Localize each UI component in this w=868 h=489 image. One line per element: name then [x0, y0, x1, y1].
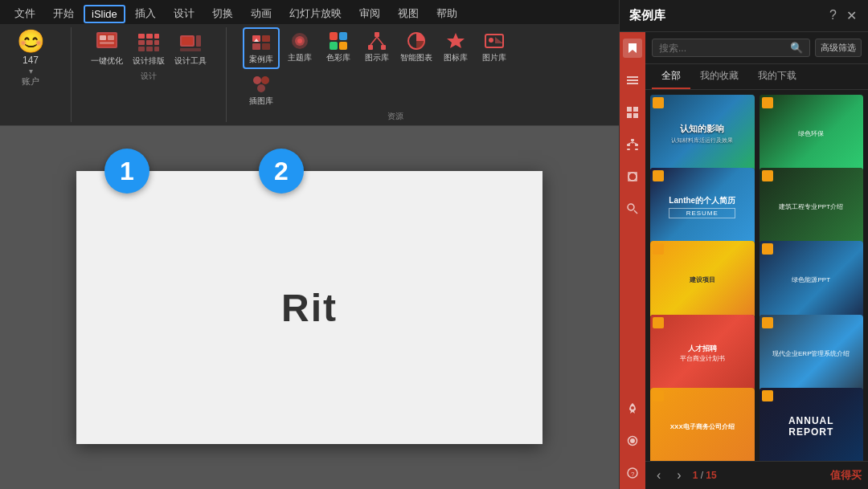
svg-rect-47	[633, 107, 638, 112]
template-card-9[interactable]: XXX电子商务公司介绍	[650, 388, 755, 461]
theme-library-label: 主题库	[288, 52, 312, 63]
gold-badge-8	[762, 317, 773, 328]
sidebar-help-icon[interactable]: ?	[623, 463, 642, 483]
sidebar-shapes-icon[interactable]	[623, 167, 642, 186]
watermark-text: 值得买	[830, 468, 862, 483]
illustration-library-btn[interactable]: 插图库	[243, 71, 280, 109]
svg-rect-16	[196, 35, 201, 47]
svg-rect-10	[154, 40, 159, 45]
tab-islide[interactable]: iSlide	[84, 5, 125, 23]
panel-sidebar: ?	[620, 32, 645, 489]
one-click-icon	[94, 30, 120, 55]
svg-rect-45	[627, 83, 638, 84]
svg-rect-29	[339, 42, 347, 50]
svg-rect-51	[627, 144, 630, 146]
theme-library-btn[interactable]: 主题库	[281, 27, 318, 69]
main-content: Rit 1 2	[0, 126, 619, 489]
photo-library-label: 图片库	[482, 52, 506, 63]
design-tools-icon	[178, 30, 203, 55]
tab-favorites[interactable]: 我的收藏	[690, 64, 748, 89]
design-group-label: 设计	[141, 69, 157, 82]
tab-switch[interactable]: 切换	[204, 3, 241, 24]
svg-point-40	[253, 76, 261, 84]
svg-rect-3	[108, 35, 114, 40]
template-card-4[interactable]: 建筑工程专业PPT介绍	[760, 168, 864, 246]
tab-design[interactable]: 设计	[166, 3, 203, 24]
svg-rect-37	[485, 35, 503, 47]
template-card-8[interactable]: 现代企业ERP管理系统介绍	[760, 315, 864, 393]
smart-chart-btn[interactable]: 智能图表	[397, 27, 436, 69]
svg-rect-31	[368, 45, 373, 50]
svg-rect-22	[262, 43, 270, 50]
svg-line-34	[377, 37, 383, 45]
slide-paper: Rit	[76, 171, 542, 444]
svg-point-42	[257, 84, 265, 92]
sidebar-rocket-icon[interactable]	[623, 399, 642, 418]
tab-all[interactable]: 全部	[652, 64, 690, 89]
advanced-filter-btn[interactable]: 高级筛选	[815, 39, 862, 57]
template-card-2[interactable]: 绿色环保	[760, 95, 864, 173]
svg-rect-49	[633, 113, 638, 118]
svg-rect-43	[627, 76, 638, 78]
template-card-6[interactable]: 绿色能源PPT	[760, 241, 864, 319]
template-thumb-2: 绿色环保	[760, 95, 864, 173]
template-card-10[interactable]: ANNUAL REPORT	[760, 388, 864, 461]
one-click-btn[interactable]: 一键优化	[88, 27, 126, 69]
search-input-wrap: 🔍	[652, 39, 810, 57]
tab-review[interactable]: 审阅	[351, 3, 388, 24]
sidebar-bookmark-icon[interactable]	[623, 39, 642, 58]
icon-library-icon	[444, 30, 467, 52]
color-library-label: 色彩库	[326, 52, 350, 63]
tab-file[interactable]: 文件	[6, 3, 43, 24]
ppt-area: 文件 开始 iSlide 插入 设计 切换 动画 幻灯片放映 审阅 视图 帮助 …	[0, 0, 619, 489]
tab-animation[interactable]: 动画	[243, 3, 280, 24]
sidebar-search-icon[interactable]	[623, 199, 642, 218]
sidebar-hierarchy-icon[interactable]	[623, 135, 642, 154]
tab-start[interactable]: 开始	[45, 3, 82, 24]
photo-library-btn[interactable]: 图片库	[476, 27, 513, 69]
color-library-btn[interactable]: 色彩库	[320, 27, 357, 69]
prev-page-btn[interactable]: ‹	[652, 467, 665, 484]
svg-rect-52	[635, 144, 638, 146]
svg-point-41	[261, 76, 269, 84]
tab-help[interactable]: 帮助	[428, 3, 465, 24]
icon-library-label: 图标库	[444, 52, 468, 63]
svg-line-56	[628, 142, 633, 144]
svg-point-58	[628, 173, 637, 181]
tab-downloads[interactable]: 我的下载	[748, 64, 806, 89]
page-info: 1 / 15	[693, 470, 717, 481]
template-card-3[interactable]: Lanthe的个人简历 RESUME	[650, 168, 755, 246]
sidebar-list-icon[interactable]	[623, 71, 642, 90]
svg-rect-4	[100, 42, 114, 44]
design-layout-label: 设计排版	[133, 55, 165, 67]
svg-marker-36	[447, 33, 465, 48]
next-page-btn[interactable]: ›	[672, 467, 686, 484]
diagram-icon	[366, 30, 388, 52]
design-tools-btn[interactable]: 设计工具	[171, 27, 210, 69]
template-card-5[interactable]: 建设项目	[650, 241, 755, 319]
tab-view[interactable]: 视图	[390, 3, 427, 24]
svg-rect-21	[252, 43, 260, 50]
case-library-btn[interactable]: 案例库	[243, 27, 280, 69]
svg-marker-39	[495, 37, 503, 43]
gold-badge-2	[762, 97, 773, 108]
icon-library-btn[interactable]: 图标库	[437, 27, 474, 69]
help-btn[interactable]: ?	[828, 6, 838, 25]
close-btn[interactable]: ✕	[845, 6, 858, 25]
design-layout-btn[interactable]: 设计排版	[129, 27, 168, 69]
svg-point-62	[631, 406, 634, 410]
svg-rect-13	[154, 47, 159, 51]
tab-insert[interactable]: 插入	[127, 3, 164, 24]
diagram-library-btn[interactable]: 图示库	[358, 27, 395, 69]
template-thumb-8: 现代企业ERP管理系统介绍	[760, 315, 864, 393]
gold-badge-6	[762, 243, 773, 255]
gold-badge-7	[653, 317, 664, 328]
sidebar-grid-icon[interactable]	[623, 103, 642, 122]
sidebar-settings-icon[interactable]	[623, 431, 642, 450]
template-card-1[interactable]: 认知的影响 认知材料库活运行及效果	[650, 95, 755, 173]
svg-rect-54	[635, 149, 638, 150]
tab-slideshow[interactable]: 幻灯片放映	[281, 3, 350, 24]
search-input[interactable]	[659, 43, 790, 54]
template-card-7[interactable]: 人才招聘 平台商业计划书	[650, 315, 755, 393]
callout-bubble-2: 2	[259, 149, 304, 194]
